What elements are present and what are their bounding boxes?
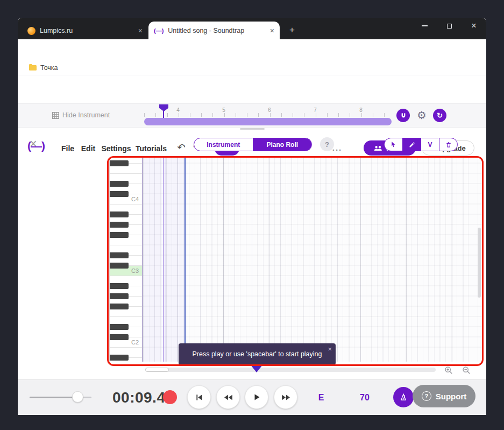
close-window-button[interactable]: × <box>466 19 481 33</box>
tab-title: Lumpics.ru <box>40 27 73 34</box>
play-button[interactable] <box>245 385 268 409</box>
editor-view-toggle: Instrument Piano Roll <box>194 138 312 151</box>
scrollbar-thumb[interactable] <box>145 368 169 372</box>
panel-resize-handle[interactable] <box>240 128 265 130</box>
ruler-number: 8 <box>359 107 363 113</box>
help-button[interactable]: ? <box>320 137 334 151</box>
record-button[interactable] <box>163 390 177 404</box>
lumpics-favicon-icon <box>27 27 36 35</box>
clip-region[interactable] <box>143 158 186 362</box>
volume-handle[interactable] <box>72 391 83 403</box>
screenshot-root: Lumpics.ru × (—) Untitled song - Soundtr… <box>0 0 504 430</box>
pencil-tool-button[interactable] <box>402 138 421 151</box>
editor-close-icon[interactable]: × <box>27 137 40 150</box>
metronome-button[interactable] <box>393 387 414 407</box>
tab-lumpics[interactable]: Lumpics.ru × <box>22 22 148 39</box>
tab-close-icon[interactable]: × <box>138 27 143 34</box>
question-icon: ? <box>422 391 431 401</box>
zoom-in-icon[interactable] <box>444 366 453 375</box>
piano-black-key[interactable] <box>110 283 129 289</box>
vertical-scrollbar[interactable] <box>478 228 481 298</box>
zoom-out-icon[interactable] <box>462 366 471 375</box>
piano-key-label: C3 <box>131 267 139 274</box>
people-icon <box>374 145 382 151</box>
velocity-tool-button[interactable]: V <box>421 138 439 151</box>
play-icon <box>252 393 261 401</box>
ruler-number: 6 <box>268 107 271 113</box>
piano-black-key[interactable] <box>110 212 129 217</box>
piano-black-key[interactable] <box>110 304 129 309</box>
piano-black-key[interactable] <box>110 334 129 340</box>
snap-magnet-button[interactable] <box>396 109 410 122</box>
tab-instrument[interactable]: Instrument <box>194 138 253 151</box>
ruler-number: 4 <box>176 107 180 113</box>
fast-forward-button[interactable] <box>274 385 297 409</box>
bookmarks-bar: Точка <box>18 60 486 75</box>
hide-instrument-button[interactable]: Hide Instrument <box>62 111 110 119</box>
trash-icon <box>445 142 452 148</box>
piano-black-key[interactable] <box>110 324 129 330</box>
pencil-icon <box>409 142 415 148</box>
rewind-icon <box>224 394 233 401</box>
note-grid[interactable] <box>143 158 482 362</box>
piano-black-key[interactable] <box>110 263 129 269</box>
piano-black-key[interactable] <box>110 293 129 299</box>
new-tab-button[interactable]: + <box>286 24 299 37</box>
pointer-tool-button[interactable] <box>385 138 402 151</box>
piano-black-key[interactable] <box>110 191 129 197</box>
piano-key-label: C2 <box>131 339 139 346</box>
minimize-icon <box>422 25 428 26</box>
menu-settings[interactable]: Settings <box>101 144 131 153</box>
loop-region-bar[interactable] <box>144 118 392 125</box>
horizontal-scrollbar[interactable] <box>145 368 436 372</box>
ruler-number: 5 <box>222 107 225 113</box>
ruler-number: 7 <box>314 107 317 113</box>
undo-icon[interactable]: ↶ <box>177 143 185 152</box>
ruler-ticks[interactable] <box>144 113 395 117</box>
skip-to-start-button[interactable] <box>187 385 211 409</box>
piano-keyboard: C4C3C2 <box>109 158 143 362</box>
minimize-button[interactable] <box>417 19 432 33</box>
pointer-icon <box>390 141 397 148</box>
bookmark-item[interactable]: Точка <box>40 64 58 72</box>
delete-tool-button[interactable] <box>439 138 457 151</box>
tooltip-close-icon[interactable]: × <box>328 345 332 353</box>
tab-soundtrap[interactable]: (—) Untitled song - Soundtrap × <box>148 22 280 39</box>
key-signature[interactable]: E <box>318 393 324 403</box>
piano-black-key[interactable] <box>110 232 129 238</box>
tab-close-icon[interactable]: × <box>270 27 274 34</box>
maximize-icon <box>447 24 452 29</box>
menu-file[interactable]: File <box>61 144 74 153</box>
tool-group: V <box>384 138 458 151</box>
clip-line <box>163 158 164 362</box>
tooltip-pointer <box>250 364 263 372</box>
maximize-button[interactable] <box>442 19 457 33</box>
piano-black-key[interactable] <box>110 252 129 258</box>
rewind-button[interactable] <box>216 385 240 409</box>
app-header: (—) File Edit Settings Tutorials ↶ ↷ Sav… <box>18 75 486 103</box>
piano-black-key[interactable] <box>110 181 129 187</box>
tooltip-text: Press play or use 'spacebar' to start pl… <box>192 350 322 358</box>
tempo-value[interactable]: 70 <box>360 393 370 403</box>
instrument-grid-icon <box>52 111 59 121</box>
clip-line <box>166 158 166 362</box>
piano-black-key[interactable] <box>110 160 129 166</box>
support-button[interactable]: ? Support <box>413 385 475 407</box>
tab-piano-roll[interactable]: Piano Roll <box>253 138 312 151</box>
time-display: 00:09.4 <box>112 389 165 406</box>
piano-key-label: C4 <box>131 196 139 202</box>
piano-black-key[interactable] <box>110 355 129 361</box>
piano-black-key[interactable] <box>110 222 129 228</box>
menu-tutorials[interactable]: Tutorials <box>136 144 167 153</box>
menu-edit[interactable]: Edit <box>81 144 95 153</box>
cycle-button[interactable]: ↻ <box>433 109 446 122</box>
fast-forward-icon <box>281 394 290 401</box>
settings-gear-icon[interactable]: ⚙ <box>416 108 428 122</box>
tab-bar: Lumpics.ru × (—) Untitled song - Soundtr… <box>18 18 486 39</box>
skip-start-icon <box>195 393 203 401</box>
volume-fill <box>30 397 78 398</box>
browser-window: Lumpics.ru × (—) Untitled song - Soundtr… <box>18 18 486 415</box>
tab-title: Untitled song - Soundtrap <box>168 27 244 34</box>
browser-toolbar: ← → ↻ soundtrap.com/studio/ Aa ☆ ♪ 1 <box>18 39 486 60</box>
folder-icon <box>29 65 37 71</box>
